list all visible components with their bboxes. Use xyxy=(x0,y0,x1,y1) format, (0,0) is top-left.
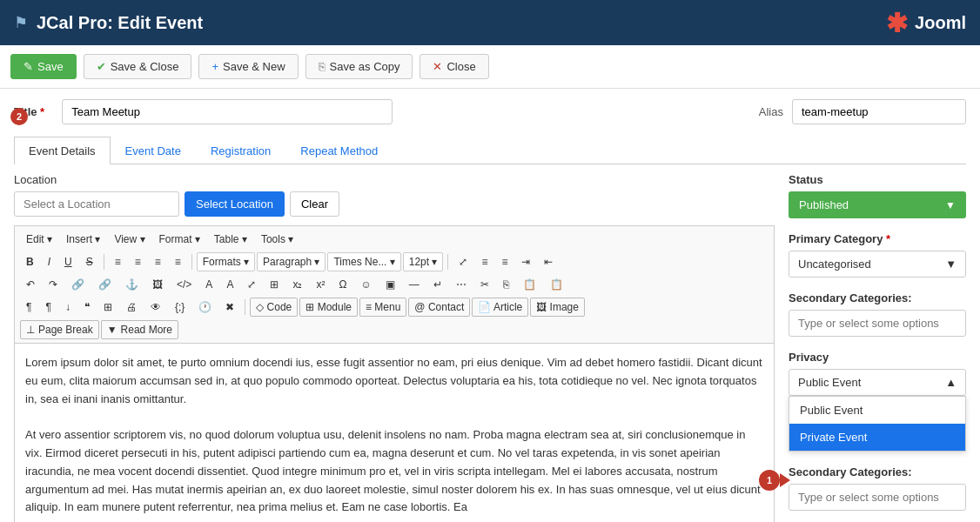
editor-eraser[interactable]: ✖ xyxy=(219,298,240,317)
editor-code-btn[interactable]: ◇ Code xyxy=(250,298,298,317)
editor-underline[interactable]: U xyxy=(58,252,78,271)
editor-paste2[interactable]: 📋 xyxy=(544,275,569,294)
editor-module-btn[interactable]: ⊞ Module xyxy=(299,298,358,317)
editor-outdent[interactable]: ⇤ xyxy=(538,252,559,271)
privacy-dropdown[interactable]: Public Event ▲ xyxy=(789,369,966,396)
editor-source[interactable]: {;} xyxy=(169,298,191,317)
editor-emoji[interactable]: ☺ xyxy=(354,275,377,294)
copy-icon: ⎘ xyxy=(319,60,326,73)
editor-table3[interactable]: ⊞ xyxy=(97,298,118,317)
editor-fullscreen2[interactable]: ⤢ xyxy=(241,275,262,294)
joomla-flag-icon: ⚑ xyxy=(14,13,28,32)
editor-list-unordered[interactable]: ≡ xyxy=(475,252,493,271)
editor-italic[interactable]: I xyxy=(42,252,57,271)
editor-undo[interactable]: ↶ xyxy=(20,275,41,294)
editor-pagebreak[interactable]: ↵ xyxy=(427,275,448,294)
editor-fontcolor[interactable]: A xyxy=(199,275,218,294)
editor-menu-table[interactable]: Table ▾ xyxy=(208,230,253,249)
editor-hilite[interactable]: A xyxy=(220,275,239,294)
location-input[interactable] xyxy=(14,191,179,217)
editor-align-right[interactable]: ≡ xyxy=(149,252,167,271)
editor-body[interactable]: Lorem ipsum dolor sit amet, te purto omn… xyxy=(14,343,775,522)
save-new-button[interactable]: + Save & New xyxy=(198,54,298,79)
privacy-option-private[interactable]: Private Event xyxy=(789,424,965,451)
editor-toolbar: Edit ▾ Insert ▾ View ▾ Format ▾ Table ▾ … xyxy=(14,225,775,343)
editor-fullscreen[interactable]: ⤢ xyxy=(453,252,473,271)
tab-repeat-method[interactable]: Repeat Method xyxy=(285,137,393,164)
editor-article-btn[interactable]: 📄 Article xyxy=(472,298,528,317)
editor-hr[interactable]: — xyxy=(403,275,426,294)
editor-font-dropdown[interactable]: Times Ne... ▾ xyxy=(327,252,400,271)
editor-image-btn[interactable]: 🖼 Image xyxy=(530,298,585,317)
editor-preview[interactable]: 👁 xyxy=(144,298,167,317)
secondary-categories-bottom-input[interactable] xyxy=(789,484,966,511)
secondary-categories-bottom-label: Secondary Categories: xyxy=(789,465,966,478)
editor-pagebreak-btn[interactable]: ⊥ Page Break xyxy=(20,320,99,339)
editor-blockquote-close[interactable]: ¶ xyxy=(39,298,57,317)
editor-unlink[interactable]: 🔗 xyxy=(92,275,117,294)
editor-blockquote-open[interactable]: ¶ xyxy=(20,298,37,317)
editor-text-2: At vero assentior scriptorem vis, no quo… xyxy=(25,426,763,517)
editor-menu-format[interactable]: Format ▾ xyxy=(153,230,206,249)
editor-menu-btn[interactable]: ≡ Menu xyxy=(359,298,406,317)
alias-input[interactable] xyxy=(792,99,966,124)
title-input[interactable] xyxy=(62,99,393,124)
main-content: Title Alias Event Details Event Date Reg… xyxy=(0,89,980,522)
editor-more[interactable]: ⋯ xyxy=(450,275,473,294)
editor-strikethrough[interactable]: S xyxy=(80,252,99,271)
primary-category-dropdown[interactable]: Uncategorised ▼ xyxy=(789,251,966,278)
privacy-option-public[interactable]: Public Event xyxy=(789,397,965,424)
secondary-categories-top-input[interactable] xyxy=(789,310,966,337)
editor-link[interactable]: 🔗 xyxy=(65,275,91,294)
editor-paste[interactable]: 📋 xyxy=(517,275,542,294)
save-close-button[interactable]: ✔ Save & Close xyxy=(84,54,192,79)
editor-copy[interactable]: ⎘ xyxy=(497,275,515,294)
save-button[interactable]: ✎ Save xyxy=(10,54,77,79)
select-location-button[interactable]: Select Location xyxy=(185,191,285,217)
editor-list-ordered[interactable]: ≡ xyxy=(495,252,513,271)
editor-size-dropdown[interactable]: 12pt ▾ xyxy=(403,252,444,271)
editor-quote-open[interactable]: ❝ xyxy=(78,298,96,317)
editor-sup[interactable]: x² xyxy=(310,275,331,294)
alias-group: Alias xyxy=(759,99,966,124)
editor-redo[interactable]: ↷ xyxy=(43,275,64,294)
editor-code-inline[interactable]: </> xyxy=(171,275,198,294)
editor-media[interactable]: ▣ xyxy=(379,275,401,294)
editor-sub[interactable]: x₂ xyxy=(286,275,308,294)
editor-cut[interactable]: ✂ xyxy=(474,275,495,294)
status-section: Status Published ▼ xyxy=(789,173,966,218)
editor-menu-view[interactable]: View ▾ xyxy=(108,230,151,249)
primary-category-label: Primary Category xyxy=(789,232,966,245)
editor-formats-dropdown[interactable]: Formats ▾ xyxy=(197,252,255,271)
tab-event-date[interactable]: Event Date xyxy=(111,137,196,164)
tab-event-details[interactable]: Event Details xyxy=(14,137,111,164)
alias-label: Alias xyxy=(759,105,783,118)
close-button[interactable]: ✕ Close xyxy=(420,54,488,79)
editor-menu-edit[interactable]: Edit ▾ xyxy=(20,230,58,249)
editor-menu-insert[interactable]: Insert ▾ xyxy=(60,230,106,249)
editor-ltr[interactable]: ↓ xyxy=(59,298,77,317)
editor-contact-btn[interactable]: @ Contact xyxy=(408,298,470,317)
editor-align-left[interactable]: ≡ xyxy=(109,252,127,271)
callout-badge-1: 1 xyxy=(759,470,780,491)
clear-location-button[interactable]: Clear xyxy=(290,191,339,217)
editor-bold[interactable]: B xyxy=(20,252,40,271)
editor-table2[interactable]: ⊞ xyxy=(264,275,285,294)
editor-indent[interactable]: ⇥ xyxy=(515,252,536,271)
editor-anchor[interactable]: ⚓ xyxy=(119,275,144,294)
editor-image[interactable]: 🖼 xyxy=(146,275,169,294)
editor-clock[interactable]: 🕐 xyxy=(192,298,218,317)
close-icon: ✕ xyxy=(433,60,442,73)
location-section: Location Select Location Clear xyxy=(14,173,775,217)
editor-align-justify[interactable]: ≡ xyxy=(169,252,187,271)
editor-menu-tools[interactable]: Tools ▾ xyxy=(255,230,299,249)
tab-registration[interactable]: Registration xyxy=(196,137,285,164)
editor-readmore-btn[interactable]: ▼ Read More xyxy=(101,320,178,339)
status-dropdown[interactable]: Published ▼ xyxy=(789,191,966,218)
editor-print[interactable]: 🖨 xyxy=(120,298,143,317)
editor-align-center[interactable]: ≡ xyxy=(129,252,147,271)
editor-paragraph-dropdown[interactable]: Paragraph ▾ xyxy=(257,252,326,271)
privacy-section: Privacy Public Event ▲ Public Event Priv… xyxy=(789,351,966,396)
save-copy-button[interactable]: ⎘ Save as Copy xyxy=(305,54,413,79)
editor-special-char[interactable]: Ω xyxy=(332,275,352,294)
